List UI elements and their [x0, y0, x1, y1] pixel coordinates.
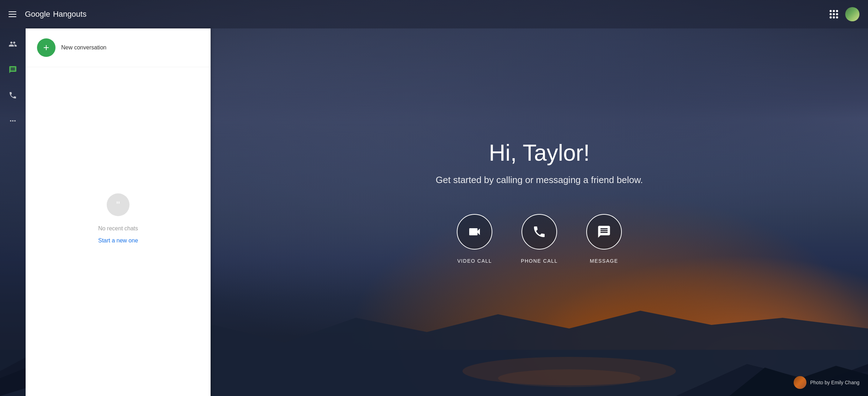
sidebar-item-contacts[interactable]: [6, 37, 20, 51]
empty-state: " No recent chats Start a new one: [26, 67, 211, 396]
credit-avatar: [794, 376, 806, 389]
subtitle-text: Get started by calling or messaging a fr…: [436, 175, 643, 186]
new-conversation-button[interactable]: New conversation: [26, 28, 211, 67]
message-icon: [597, 225, 611, 239]
phone-icon: [532, 225, 546, 239]
greeting-text: Hi, Taylor!: [489, 140, 589, 166]
photo-credit: Photo by Emily Chang: [794, 376, 859, 389]
sidebar-item-more[interactable]: [6, 114, 20, 128]
message-circle: [586, 214, 622, 250]
sidebar-item-chat[interactable]: [6, 63, 20, 77]
phone-call-label: PHONE CALL: [521, 258, 558, 264]
user-avatar[interactable]: [845, 7, 859, 21]
hangouts-word: Hangouts: [53, 10, 86, 19]
no-chats-text: No recent chats: [98, 225, 138, 232]
conversation-panel: New conversation " No recent chats Start…: [26, 28, 211, 396]
sidebar: [0, 28, 26, 396]
hangouts-bubble-icon: ": [104, 191, 132, 220]
credit-text: Photo by Emily Chang: [810, 380, 859, 385]
google-apps-icon[interactable]: [830, 10, 838, 18]
start-new-link[interactable]: Start a new one: [98, 237, 138, 244]
hamburger-menu-icon[interactable]: [9, 11, 16, 17]
google-word: Google: [25, 10, 50, 19]
sidebar-item-calls[interactable]: [6, 88, 20, 102]
message-button[interactable]: MESSAGE: [586, 214, 622, 264]
message-label: MESSAGE: [590, 258, 618, 264]
action-buttons: VIDEO CALL PHONE CALL MESSAGE: [457, 214, 622, 264]
video-call-button[interactable]: VIDEO CALL: [457, 214, 492, 264]
video-camera-icon: [467, 225, 482, 239]
header: Google Hangouts: [0, 0, 868, 28]
phone-call-button[interactable]: PHONE CALL: [521, 214, 558, 264]
plus-circle-icon: [37, 38, 55, 57]
app-title: Google Hangouts: [25, 10, 86, 19]
main-content: Hi, Taylor! Get started by calling or me…: [211, 28, 868, 396]
phone-call-circle: [522, 214, 557, 250]
new-conversation-label: New conversation: [61, 44, 106, 51]
video-call-circle: [457, 214, 492, 250]
video-call-label: VIDEO CALL: [457, 258, 492, 264]
svg-text:": ": [116, 199, 120, 210]
